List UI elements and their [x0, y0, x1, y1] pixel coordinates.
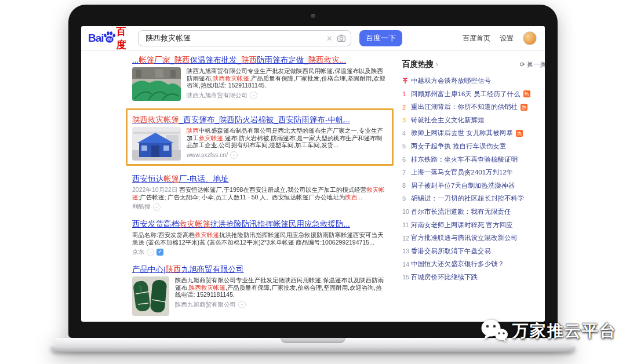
result-description: 陕西九旭商贸有限公司专业生产批发定做陕西民用帐篷,保温篷布以及陕西防雨篷布,陕西…	[175, 276, 387, 299]
result-title-link[interactable]: 陕西救灾帐篷_西安篷布_陕西防火岩棉被_西安防雨篷布-中帆...	[132, 115, 350, 125]
baidu-header: Bai du 百度 ✕	[81, 26, 545, 51]
hot-rank: 12	[402, 235, 411, 242]
hot-rank: 8	[402, 182, 411, 189]
results-column: ...帐篷厂家_陕西保温篷布批发_陕西防雨篷布定做_陕西救灾...	[132, 54, 387, 322]
hot-search-item[interactable]: 10 首尔市长流泪道歉：我有无限责任	[402, 208, 545, 216]
clear-search-icon[interactable]: ✕	[322, 34, 337, 43]
verified-badge-icon: ✔	[156, 249, 163, 256]
hot-search-item[interactable]: 13 香港交易所取消下午盘交易	[402, 247, 545, 256]
source-name: 京东	[132, 248, 144, 256]
webcam-dot	[311, 14, 315, 18]
result-source: 京东 ⌄ ✔	[132, 248, 387, 256]
hot-item-text: 铸就社会主义文化新辉煌	[411, 116, 485, 125]
search-input[interactable]	[144, 34, 322, 43]
hot-search-title[interactable]: 百度热搜	[402, 59, 434, 70]
user-avatar[interactable]	[523, 31, 537, 45]
hot-rank: 1	[402, 90, 411, 97]
dropdown-icon[interactable]: ⌄	[147, 249, 154, 256]
result-source: 陕西九旭商贸有限公司 ⌄	[175, 301, 387, 309]
hot-item-text: 河南女老师上网课时猝死 官方回应	[411, 221, 513, 230]
hot-search-item[interactable]: 15 百城房价环比继续下跌	[402, 273, 545, 282]
hot-search-item[interactable]: 8 男子被封单位7天自制加热洗澡神器	[402, 181, 545, 190]
hot-item-text: 回顾郑州富士康16天 员工经历了什么	[411, 90, 521, 99]
dropdown-icon[interactable]: ⌄	[153, 203, 161, 211]
camera-search-icon[interactable]	[337, 34, 346, 43]
header-right-nav: 百度首页 设置	[463, 31, 545, 45]
result-title-link[interactable]: 西安发货高档救灾帐篷抗洪抢险防汛指挥帐篷民用应急救援防...	[132, 219, 350, 229]
result-title-link[interactable]: 产品中心|陕西九旭商贸有限公司	[132, 264, 244, 274]
hot-rank: 15	[402, 274, 411, 281]
dropdown-icon[interactable]: ⌄	[250, 92, 257, 99]
hot-item-text: 百城房价环比继续下跌	[411, 273, 478, 282]
hot-rank: 11	[402, 221, 411, 228]
hot-search-item[interactable]: 7 上海一落马女官员贪2401万判12年	[402, 168, 545, 177]
hot-search-item[interactable]: 11 河南女老师上网课时猝死 官方回应	[402, 221, 545, 230]
baidu-logo-cn: 百度	[117, 26, 131, 52]
search-result-2: 陕西救灾帐篷_西安篷布_陕西防火岩棉被_西安防雨篷布-中帆...	[132, 114, 387, 161]
hot-search-item[interactable]: 5 两女子起争执 抢自行车误伤女童	[402, 142, 545, 151]
baidu-logo[interactable]: Bai du 百度	[88, 26, 131, 52]
dropdown-icon[interactable]: ⌄	[230, 151, 238, 159]
hot-search-item[interactable]: 9 胡锡进：一刀切的社区超长封控不科学	[402, 194, 545, 203]
hot-search-refresh-button[interactable]: ⟳换一换	[520, 60, 545, 69]
result-thumbnail-green-rolls[interactable]	[132, 276, 169, 316]
source-name: 陕西九旭商贸有限公司	[175, 301, 236, 309]
source-url: www.sxzfss.cn/	[187, 151, 228, 158]
top-pin-icon	[402, 78, 411, 84]
laptop-base-notch	[281, 338, 345, 343]
nav-settings[interactable]: 设置	[500, 34, 514, 43]
hot-search-item[interactable]: 12 官方批准联通与腾讯设立混改新公司	[402, 234, 545, 242]
hot-rank: 10	[402, 208, 411, 215]
hot-item-text: 胡锡进：一刀切的社区超长封控不科学	[411, 194, 525, 203]
search-result-4: 西安发货高档救灾帐篷抗洪抢险防汛指挥帐篷民用应急救援防... 商品名称:西安发货…	[132, 219, 387, 256]
result-title-link[interactable]: ...帐篷厂家_陕西保温篷布批发_陕西防雨篷布定做_陕西救灾...	[132, 55, 346, 65]
hot-search-item[interactable]: 中越双方会谈释放哪些信号	[402, 77, 545, 85]
hot-item-text: 两女子起争执 抢自行车误伤女童	[411, 142, 506, 151]
hot-search-item[interactable]: 2 重出江湖背后：你所不知道的供销社 热	[402, 103, 545, 111]
refresh-icon: ⟳	[520, 61, 525, 68]
result-thumbnail-green-tarp[interactable]	[132, 67, 181, 101]
hot-search-item[interactable]: 1 回顾郑州富士康16天 员工经历了什么 热	[402, 90, 545, 99]
result-description: 陕西九旭商贸有限公司专业生产批发定做陕西民用帐篷,保温篷布以及陕西防雨篷布,陕西…	[187, 67, 387, 89]
hot-search-item[interactable]: 4 教师上网课后去世 女儿称其被网暴 热	[402, 129, 545, 137]
source-name: 陕西九旭商贸有限公司	[187, 92, 248, 100]
baidu-paw-icon: du	[103, 31, 116, 43]
results-page: ...帐篷厂家_陕西保温篷布批发_陕西防雨篷布定做_陕西救灾...	[81, 51, 545, 322]
hot-rank: 14	[402, 261, 411, 268]
hot-item-text: 男子被封单位7天自制加热洗澡神器	[411, 181, 515, 190]
hot-badge: 热	[516, 130, 523, 137]
hot-badge: 热	[523, 90, 530, 97]
result-thumbnail-blue-tent[interactable]	[132, 127, 181, 161]
hot-item-text: 中越双方会谈释放哪些信号	[411, 77, 491, 85]
browser-viewport: Bai du 百度 ✕	[81, 26, 545, 322]
nav-baidu-home[interactable]: 百度首页	[463, 34, 490, 43]
hot-badge: 热	[521, 104, 527, 111]
svg-text:du: du	[107, 37, 112, 41]
result-source: 利酷搜 ⌄	[132, 203, 387, 211]
laptop-base-edge	[50, 346, 576, 352]
hot-rank: 13	[402, 247, 411, 254]
hot-search-item[interactable]: 14 中国恒大还欠盛京银行多少钱？	[402, 260, 545, 268]
hot-search-item[interactable]: 3 铸就社会主义文化新辉煌	[402, 116, 545, 125]
result-description: 2022年10月22日 西安恒达帐篷厂,于1998在西安注册成立,我公司以生产加…	[132, 186, 387, 201]
hot-rank: 7	[402, 169, 411, 176]
dropdown-icon[interactable]: ⌄	[238, 301, 246, 308]
hot-rank: 9	[402, 195, 411, 202]
hot-item-text: 首尔市长流泪道歉：我有无限责任	[411, 208, 511, 216]
hot-search-panel: 百度热搜 › ⟳换一换 中越双方会谈释放哪些信号 1 回顾郑州富士康16天 员工…	[402, 54, 545, 322]
search-result-3: 西安恒达帐篷厂-电话、地址 2022年10月22日 西安恒达帐篷厂,于1998在…	[132, 173, 387, 211]
result-url: www.sxzfss.cn/ ⌄	[187, 151, 387, 159]
hot-rank: 5	[402, 143, 411, 150]
search-result-1: ...帐篷厂家_陕西保温篷布批发_陕西防雨篷布定做_陕西救灾...	[132, 54, 387, 101]
search-box[interactable]: ✕	[138, 30, 351, 46]
hot-item-text: 中国恒大还欠盛京银行多少钱？	[411, 260, 504, 268]
hot-item-text: 桂东铁路：坐火车不再查验核酸证明	[411, 155, 518, 164]
search-submit-button[interactable]: 百度一下	[359, 30, 402, 46]
wechat-icon	[481, 319, 508, 343]
result-title-link[interactable]: 西安恒达帐篷厂-电话、地址	[132, 174, 229, 184]
hot-item-text: 教师上网课后去世 女儿称其被网暴	[411, 129, 513, 137]
watermark-text: 万家推云平台	[512, 320, 617, 342]
chevron-right-icon: ›	[436, 60, 438, 68]
hot-rank: 2	[402, 104, 411, 111]
hot-search-item[interactable]: 6 桂东铁路：坐火车不再查验核酸证明	[402, 155, 545, 164]
